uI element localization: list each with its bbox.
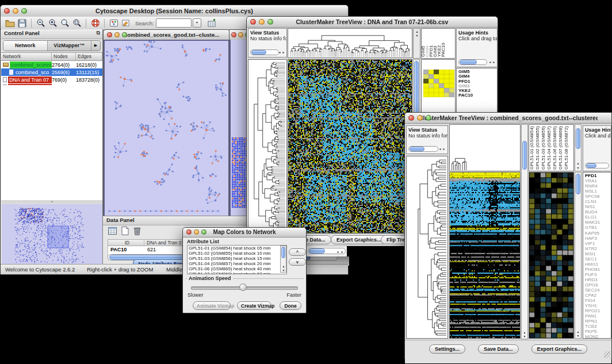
float-panel-icon[interactable]: ⧉: [97, 30, 100, 36]
gene-label[interactable]: PUF3: [585, 272, 611, 277]
column-header[interactable]: Nodes: [52, 53, 76, 60]
scroll-right-icon[interactable]: ▸: [442, 147, 446, 151]
dialog-button[interactable]: Create Vizmap: [237, 301, 271, 310]
matrix-cell[interactable]: [439, 83, 444, 88]
matrix-cell[interactable]: [439, 74, 444, 79]
matrix-cell[interactable]: [434, 93, 439, 97]
matrix-cell[interactable]: [449, 93, 454, 97]
matrix-cell[interactable]: [434, 79, 439, 83]
help-lifering-icon[interactable]: [89, 18, 101, 29]
matrix-cell[interactable]: [429, 93, 434, 97]
row-dendrogram-canvas[interactable]: [248, 60, 286, 233]
scroll-up-icon[interactable]: ▴: [281, 265, 286, 268]
scrollbar-thumb[interactable]: [586, 163, 596, 168]
attribute-list-item[interactable]: GPL51-02 (GSM855) heat shock 10 min: [188, 251, 286, 256]
minimize-icon[interactable]: [238, 32, 243, 37]
scrollbar-thumb[interactable]: [522, 141, 527, 170]
scrollbar-thumb[interactable]: [460, 60, 477, 64]
scrollbar-thumb[interactable]: [281, 247, 285, 258]
minimize-icon[interactable]: [114, 32, 120, 37]
heatmap-canvas[interactable]: [450, 173, 520, 338]
matrix-cell[interactable]: [423, 93, 429, 97]
zoom-window-icon[interactable]: [122, 32, 127, 37]
scroll-down-icon[interactable]: ▾: [576, 334, 580, 338]
column-dendrogram-canvas[interactable]: [288, 29, 412, 58]
gene-label[interactable]: GPI16: [585, 282, 611, 288]
matrix-cell[interactable]: [423, 88, 429, 93]
panel-divider-handle[interactable]: ●: [1, 200, 102, 204]
scroll-up-icon[interactable]: ▴: [576, 330, 580, 334]
column-header[interactable]: Edges: [76, 53, 102, 60]
matrix-cell[interactable]: [444, 88, 449, 93]
matrix-cell[interactable]: [434, 70, 439, 74]
network-row[interactable]: DNA and Tran 07 769(0) 183728(0): [1, 76, 102, 83]
gene-label[interactable]: PFD1: [585, 173, 611, 178]
matrix-cell[interactable]: [439, 88, 444, 93]
matrix-cell[interactable]: [444, 83, 449, 88]
zoom-selected-icon[interactable]: [71, 18, 83, 29]
gene-label[interactable]: PAN1: [585, 313, 611, 319]
scrollbar-thumb[interactable]: [251, 50, 266, 55]
dendrogram-vscrollbar[interactable]: ▴ ▾: [521, 124, 528, 339]
treeview1-titlebar[interactable]: ClusterMaker TreeView : DNA and Tran 07-…: [247, 17, 498, 28]
gene-label[interactable]: MAK31: [585, 220, 611, 225]
move-down-button[interactable]: v: [289, 258, 306, 266]
matrix-cell[interactable]: [429, 88, 434, 93]
control-panel-tab[interactable]: Network: [3, 41, 48, 51]
column-label[interactable]: PAC10: [441, 43, 446, 57]
zoom-window-icon[interactable]: [21, 8, 27, 14]
matrix-cell[interactable]: [449, 88, 454, 93]
scrollbar-thumb[interactable]: [309, 248, 325, 254]
correlation-matrix[interactable]: [423, 70, 454, 97]
genes-vscrollbar[interactable]: ▴ ▾: [575, 172, 582, 339]
minimize-icon[interactable]: [417, 115, 423, 121]
gene-label[interactable]: MSL1: [585, 189, 611, 194]
network-row[interactable]: combined_sco 2569(6) 13112(15): [1, 68, 102, 76]
column-header[interactable]: Network: [1, 53, 52, 60]
zoom-window-icon[interactable]: [267, 19, 273, 25]
zoom-window-icon[interactable]: [201, 229, 206, 235]
treeview-button[interactable]: Save Data...: [478, 344, 519, 354]
matrix-cell[interactable]: [449, 83, 454, 88]
row-dendrogram-canvas[interactable]: [407, 156, 447, 338]
minimize-icon[interactable]: [259, 19, 265, 25]
scroll-right-icon[interactable]: ▸: [281, 51, 286, 54]
labels-vscrollbar[interactable]: ▴ ▾: [575, 124, 582, 171]
gene-label[interactable]: YRA1: [585, 178, 611, 183]
matrix-cell[interactable]: [444, 70, 449, 74]
gene-label[interactable]: YSH1: [585, 303, 611, 308]
scrollbar-thumb[interactable]: [410, 147, 424, 151]
scroll-up-icon[interactable]: ▴: [415, 30, 419, 33]
close-icon[interactable]: [107, 32, 112, 37]
column-label[interactable]: GPL51-02 (GSM855): [536, 126, 540, 170]
gene-label[interactable]: GTB1: [585, 225, 611, 230]
scroll-up-icon[interactable]: ▴: [522, 331, 527, 334]
gene-label[interactable]: ELG1: [585, 214, 611, 220]
matrix-cell[interactable]: [423, 79, 429, 83]
column-label[interactable]: GPL51-04 (GSM857): [547, 126, 552, 170]
gene-label[interactable]: RNR4: [585, 183, 611, 189]
search-dropdown-icon[interactable]: ▾: [193, 18, 201, 28]
attribute-list-item[interactable]: GPL51-06 (GSM865) heat shock 40 min: [188, 266, 286, 271]
gene-label[interactable]: SEC24: [585, 288, 611, 293]
network-view-icon[interactable]: [108, 18, 120, 29]
column-label[interactable]: GPL51-08 (GSM872): [564, 126, 569, 170]
matrix-cell[interactable]: [434, 83, 439, 88]
close-icon[interactable]: [186, 229, 192, 235]
scroll-down-icon[interactable]: ▾: [522, 335, 527, 338]
scroll-down-icon[interactable]: ▾: [281, 269, 286, 272]
gene-label[interactable]: TCB3: [585, 324, 611, 329]
zoom-fit-icon[interactable]: [59, 18, 71, 29]
search-input[interactable]: [156, 18, 192, 28]
gene-label[interactable]: RPO21: [585, 308, 611, 313]
gene-label[interactable]: CLN1: [585, 199, 611, 204]
matrix-cell[interactable]: [423, 70, 429, 74]
close-icon[interactable]: [231, 32, 236, 37]
annotation-icon[interactable]: [120, 18, 132, 29]
column-label[interactable]: GPL51-06 (GSM865): [553, 126, 557, 170]
treeview-button[interactable]: Export Graphics...: [531, 344, 588, 354]
gene-label[interactable]: HMG1: [585, 262, 611, 267]
zoom-in-icon[interactable]: [47, 18, 59, 29]
gene-label[interactable]: PAC10: [458, 93, 497, 98]
matrix-cell[interactable]: [423, 74, 429, 79]
